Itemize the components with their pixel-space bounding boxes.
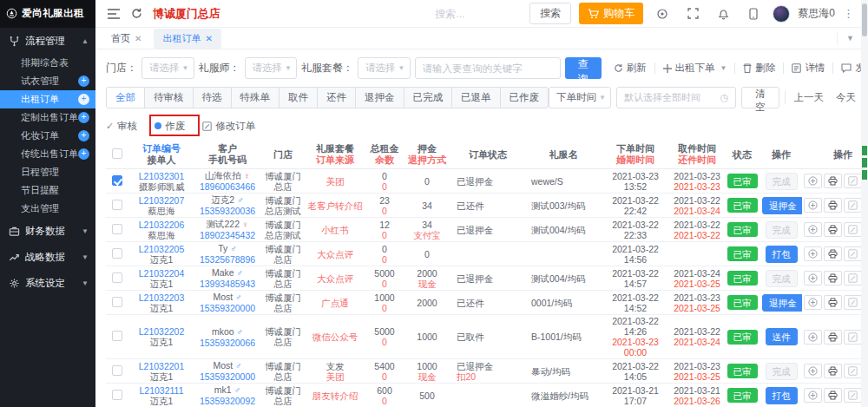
global-search-input[interactable]	[435, 8, 522, 20]
query-button[interactable]: 查询	[565, 57, 602, 79]
status-tab-退押金[interactable]: 退押金	[355, 87, 404, 108]
toolbar-详情-button[interactable]: 详情	[784, 62, 832, 75]
row-action-button[interactable]: 完成	[766, 363, 798, 380]
sidebar-item-定制出售订单[interactable]: 定制出售订单+	[0, 108, 95, 127]
edit-icon[interactable]	[844, 364, 862, 378]
order-number-link[interactable]: L21032205	[130, 244, 193, 254]
customer-phone[interactable]: 15359320066	[196, 338, 259, 348]
select-all-checkbox[interactable]	[112, 148, 122, 159]
vertical-scrollbar[interactable]	[861, 0, 868, 407]
edit-icon[interactable]	[844, 271, 862, 286]
sidebar-item-化妆订单[interactable]: 化妆订单+	[0, 127, 95, 145]
sidebar-group-流程管理[interactable]: 流程管理▲	[0, 28, 95, 54]
status-tab-待选[interactable]: 待选	[193, 87, 232, 108]
order-number-link[interactable]: L21032206	[130, 220, 193, 230]
circle-plus-icon[interactable]	[804, 198, 822, 213]
circle-plus-icon[interactable]	[804, 364, 822, 378]
printer-icon[interactable]	[824, 271, 842, 286]
order-number-link[interactable]: L21032203	[130, 292, 193, 303]
printer-icon[interactable]	[824, 198, 842, 213]
mobile-icon[interactable]	[742, 5, 765, 23]
printer-icon[interactable]	[824, 174, 842, 188]
edit-icon[interactable]	[844, 174, 862, 188]
plus-badge-icon[interactable]: +	[78, 94, 89, 105]
date-range-input[interactable]: 默认选择全部时间◷	[616, 87, 736, 108]
day-nav-今天[interactable]: 今天	[836, 91, 856, 104]
fullscreen-icon[interactable]	[681, 5, 704, 23]
row-checkbox[interactable]	[112, 297, 122, 307]
row-checkbox[interactable]	[112, 200, 122, 210]
customer-phone[interactable]: 15359320000	[196, 371, 259, 382]
order-number-link[interactable]: L21032204	[130, 268, 193, 279]
sidebar-group-财务数据[interactable]: 财务数据▼	[0, 218, 95, 244]
row-action-button[interactable]: 打包	[766, 387, 798, 404]
sidebar-item-排期综合表[interactable]: 排期综合表	[0, 54, 95, 72]
printer-icon[interactable]	[824, 295, 842, 310]
row-checkbox[interactable]	[112, 224, 122, 234]
user-avatar[interactable]	[773, 5, 790, 23]
row-checkbox[interactable]	[112, 365, 122, 376]
printer-icon[interactable]	[824, 222, 842, 237]
clear-date-button[interactable]: 清空	[741, 87, 779, 108]
store-select[interactable]: 请选择▼	[141, 57, 194, 79]
row-checkbox[interactable]	[112, 248, 122, 259]
order-number-link[interactable]: L21032111	[130, 385, 193, 396]
customer-phone[interactable]: 18960063466	[196, 181, 259, 192]
date-type-select[interactable]: 下单时间▼	[549, 87, 611, 108]
sidebar-item-日程管理[interactable]: 日程管理	[0, 163, 95, 181]
row-checkbox[interactable]	[112, 272, 122, 283]
sidebar-item-试衣管理[interactable]: 试衣管理+	[0, 72, 95, 90]
customer-phone[interactable]: 15359320092	[196, 396, 259, 406]
package-select[interactable]: 请选择▼	[358, 57, 411, 79]
printer-icon[interactable]	[824, 246, 842, 261]
tab-出租订单[interactable]: 出租订单✕	[154, 29, 220, 49]
more-menu-icon[interactable]: ⋮	[843, 7, 854, 20]
edit-icon[interactable]	[844, 246, 862, 261]
vertical-scrollbar-thumb[interactable]	[862, 3, 867, 36]
customer-phone[interactable]: 15325678896	[196, 254, 259, 265]
status-tab-还件[interactable]: 还件	[317, 87, 356, 108]
bell-icon[interactable]	[712, 5, 734, 23]
customer-phone[interactable]: 18902345432	[196, 230, 259, 240]
printer-icon[interactable]	[824, 364, 842, 378]
printer-icon[interactable]	[824, 330, 842, 345]
plus-badge-icon[interactable]: +	[78, 148, 89, 160]
sidebar-item-传统出售订单[interactable]: 传统出售订单+	[0, 145, 95, 163]
customer-phone[interactable]: 15359320000	[196, 303, 259, 313]
sidebar-item-出租订单[interactable]: 出租订单+	[0, 90, 95, 108]
order-number-link[interactable]: L21032301	[130, 171, 193, 181]
tab-首页[interactable]: 首页✕	[102, 29, 150, 49]
day-nav-上一天[interactable]: 上一天	[794, 91, 825, 104]
printer-icon[interactable]	[824, 388, 842, 403]
order-number-link[interactable]: L21032201	[130, 361, 193, 371]
order-number-link[interactable]: L21032202	[130, 326, 193, 337]
row-action-button[interactable]: 送件	[766, 328, 798, 345]
order-number-link[interactable]: L21032207	[130, 195, 193, 206]
action-审核-button[interactable]: ✓审核	[106, 120, 137, 133]
tab-overflow-chevron-icon[interactable]: ▼	[837, 31, 854, 45]
plus-badge-icon[interactable]: +	[78, 75, 89, 87]
circle-plus-icon[interactable]	[804, 246, 822, 261]
row-checkbox[interactable]	[112, 175, 122, 186]
cart-button[interactable]: 购物车	[579, 3, 643, 24]
row-action-button[interactable]: 退押金	[762, 294, 802, 312]
status-tab-特殊单[interactable]: 特殊单	[231, 87, 280, 108]
action-修改订单-button[interactable]: 修改订单	[202, 120, 255, 133]
status-tab-已退单[interactable]: 已退单	[451, 87, 501, 108]
row-action-button[interactable]: 完成	[766, 270, 798, 287]
close-icon[interactable]: ✕	[205, 34, 212, 43]
circle-plus-icon[interactable]	[804, 222, 822, 237]
status-tab-已作废[interactable]: 已作废	[500, 87, 549, 108]
collapse-menu-icon[interactable]	[102, 5, 125, 23]
status-tab-全部[interactable]: 全部	[106, 87, 145, 108]
edit-icon[interactable]	[844, 222, 862, 237]
circle-plus-icon[interactable]	[804, 295, 822, 310]
toolbar-刷新-button[interactable]: 刷新	[606, 62, 654, 75]
sidebar-item-节日提醒[interactable]: 节日提醒	[0, 181, 95, 200]
edit-icon[interactable]	[844, 295, 862, 310]
row-action-button[interactable]: 完成	[766, 221, 798, 239]
customer-phone[interactable]: 15359320036	[196, 206, 259, 216]
plus-badge-icon[interactable]: +	[78, 130, 89, 141]
stylist-select[interactable]: 请选择▼	[245, 57, 298, 79]
action-作废-button[interactable]: 作废	[155, 120, 185, 133]
